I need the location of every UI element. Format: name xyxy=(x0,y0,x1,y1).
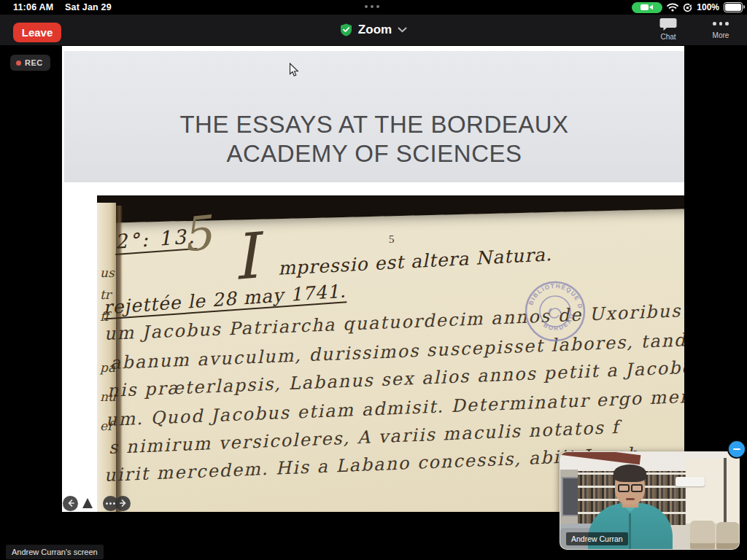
library-stamp: BIBLIOTHÈQUE DE LA VILLE BORDEAUX xyxy=(524,280,587,343)
chat-button[interactable]: Chat xyxy=(652,18,684,41)
screen-share-owner-label: Andrew Curran's screen xyxy=(6,545,104,559)
shared-screen: THE ESSAYS AT THE BORDEAUX ACADEMY OF SC… xyxy=(62,46,684,512)
multitask-dots-icon[interactable] xyxy=(365,5,379,8)
svg-text:BIBLIOTHÈQUE DE LA VILLE: BIBLIOTHÈQUE DE LA VILLE xyxy=(524,280,584,310)
meeting-title-group[interactable]: Zoom xyxy=(0,15,747,45)
air-conditioner xyxy=(676,477,705,486)
participant-video-andrew-curran[interactable]: Andrew Curran xyxy=(560,451,740,550)
meeting-title: Zoom xyxy=(358,23,392,37)
chevron-down-icon xyxy=(398,27,407,33)
person-hair xyxy=(614,464,646,482)
status-bar: 11:06 AM Sat Jan 29 100% xyxy=(0,0,747,15)
slide-title-band: THE ESSAYS AT THE BORDEAUX ACADEMY OF SC… xyxy=(64,51,684,182)
more-dots-icon xyxy=(713,18,729,30)
person-mouth xyxy=(626,498,635,500)
orientation-lock-icon xyxy=(683,3,692,12)
eyeglasses xyxy=(618,484,643,492)
next-slide-button[interactable] xyxy=(115,496,131,511)
wifi-icon xyxy=(667,3,678,12)
previous-slide-button[interactable] xyxy=(63,496,78,511)
more-button[interactable]: More xyxy=(705,18,737,41)
chat-bubble-icon xyxy=(659,18,677,31)
armchair xyxy=(716,522,739,549)
stamp-text-top: BIBLIOTHÈQUE DE LA VILLE xyxy=(524,280,584,310)
window-frame xyxy=(724,458,727,524)
manuscript-big-numeral: 5 xyxy=(179,206,214,262)
shirt-placket xyxy=(629,513,631,549)
recording-badge: REC xyxy=(10,55,50,71)
slide-title-line2: ACADEMY OF SCIENCES xyxy=(64,140,684,168)
participant-name-tag: Andrew Curran xyxy=(566,532,628,545)
recording-dot-icon xyxy=(16,61,21,66)
pointer-tool-button[interactable] xyxy=(82,498,93,508)
battery-percent: 100% xyxy=(697,2,719,12)
encryption-shield-icon xyxy=(340,23,352,36)
clock-date: Sat Jan 29 xyxy=(65,2,112,12)
slide-title-line1: THE ESSAYS AT THE BORDEAUX xyxy=(64,111,684,139)
share-controls xyxy=(62,495,131,511)
camera-active-pill-icon[interactable] xyxy=(632,2,662,13)
clock-time: 11:06 AM xyxy=(13,2,53,12)
framed-picture xyxy=(562,477,579,516)
margin-fragment: us xyxy=(100,265,115,280)
chat-button-label: Chat xyxy=(660,33,676,41)
video-camera-icon xyxy=(640,4,654,11)
more-button-label: More xyxy=(713,31,729,39)
recording-label: REC xyxy=(25,58,43,67)
armchair xyxy=(690,521,715,549)
battery-icon xyxy=(724,2,743,12)
minus-icon xyxy=(733,448,740,450)
window xyxy=(686,458,739,524)
minimize-video-button[interactable] xyxy=(727,440,746,459)
manuscript-page-number: 5 xyxy=(389,233,395,246)
meeting-toolbar: Leave Zoom Chat More xyxy=(0,15,747,46)
